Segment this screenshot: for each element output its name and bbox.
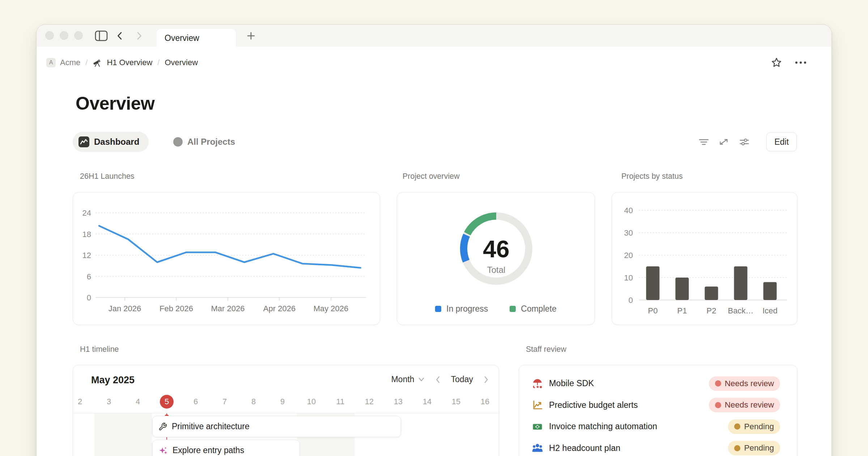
svg-text:6: 6 [87, 272, 91, 281]
timeline-day-12[interactable]: 12 [355, 393, 384, 410]
people-icon [532, 443, 543, 453]
status-badge: Needs review [709, 398, 780, 412]
svg-text:May 2026: May 2026 [314, 304, 349, 313]
timeline-day-2[interactable]: 2 [73, 393, 94, 410]
traffic-light-close-icon[interactable] [45, 31, 54, 40]
timeline-day-6[interactable]: 6 [181, 393, 210, 410]
svg-text:24: 24 [82, 208, 91, 218]
status-badge-label: Needs review [725, 379, 774, 388]
sparkles-icon [158, 446, 168, 455]
svg-text:20: 20 [624, 251, 633, 260]
workspace-avatar[interactable]: A [46, 58, 56, 67]
traffic-light-zoom-icon[interactable] [74, 31, 83, 40]
staff-review-row[interactable]: Invoice matching automationPending [532, 416, 786, 438]
tab-all-projects[interactable]: All Projects [170, 132, 239, 152]
all-projects-circle-icon [173, 137, 183, 147]
legend-label: In progress [446, 304, 488, 314]
svg-text:18: 18 [82, 230, 91, 239]
widget-label-launches: 26H1 Launches [80, 172, 135, 181]
timeline-day-7[interactable]: 7 [210, 393, 239, 410]
svg-text:Jan 2026: Jan 2026 [109, 304, 141, 313]
timeline-event[interactable]: Explore entry paths [152, 440, 300, 456]
breadcrumb-separator: / [85, 58, 88, 67]
breadcrumb-parent-page[interactable]: H1 Overview [107, 58, 152, 67]
favorite-star-icon[interactable] [771, 57, 782, 68]
timeline-today-button[interactable]: Today [451, 375, 473, 384]
widget-label-timeline: H1 timeline [80, 345, 119, 354]
tab-all-projects-label: All Projects [187, 137, 235, 147]
tab-dashboard-label: Dashboard [94, 137, 139, 147]
timeline-day-16[interactable]: 16 [471, 393, 499, 410]
status-dot-icon [715, 380, 721, 387]
svg-text:Feb 2026: Feb 2026 [159, 304, 193, 313]
timeline-event-title: Explore entry paths [173, 446, 244, 455]
breadcrumb-current-page[interactable]: Overview [165, 58, 198, 67]
timeline-view-selector[interactable]: Month [391, 375, 425, 384]
header-actions [771, 55, 807, 71]
staff-review-row[interactable]: Mobile SDKNeeds review [532, 373, 786, 394]
timeline-day-9[interactable]: 9 [268, 393, 297, 410]
timeline-prev-icon[interactable] [435, 376, 440, 384]
timeline-next-icon[interactable] [484, 376, 489, 384]
svg-text:30: 30 [624, 228, 633, 237]
status-badge-label: Pending [744, 443, 774, 453]
timeline-day-3[interactable]: 3 [94, 393, 123, 410]
timeline-day-13[interactable]: 13 [384, 393, 413, 410]
timeline-card[interactable]: May 2025 Month Today 2345678910111213141… [73, 365, 499, 456]
page-content: A Acme / H1 Overview / Overview O [37, 47, 831, 456]
filter-icon[interactable] [698, 136, 709, 147]
timeline-day-14[interactable]: 14 [413, 393, 442, 410]
svg-text:P0: P0 [648, 306, 658, 315]
status-badge: Pending [728, 441, 780, 455]
staff-review-row[interactable]: Predictive budget alertsNeeds review [532, 394, 786, 416]
breadcrumb-workspace[interactable]: Acme [60, 58, 80, 67]
svg-text:0: 0 [87, 293, 91, 302]
carousel-icon [532, 378, 543, 389]
status-badge: Pending [728, 419, 780, 434]
view-tabs-row: Dashboard All Projects Edit [73, 132, 797, 152]
staff-review-row[interactable]: H2 headcount planPending [532, 438, 786, 456]
forward-icon[interactable] [134, 31, 144, 41]
tab-dashboard[interactable]: Dashboard [73, 132, 149, 152]
timeline-day-10[interactable]: 10 [297, 393, 326, 410]
page-title: Overview [76, 93, 154, 114]
timeline-day-11[interactable]: 11 [326, 393, 355, 410]
chevron-down-icon [418, 377, 425, 382]
tab-overview[interactable]: Overview [157, 29, 236, 47]
timeline-day-4[interactable]: 4 [123, 393, 152, 410]
timeline-day-8[interactable]: 8 [239, 393, 268, 410]
svg-text:P2: P2 [707, 306, 716, 315]
widget-label-staff: Staff review [526, 345, 566, 354]
timeline-event[interactable]: Primitive architecture [152, 416, 401, 437]
chart-increasing-icon [532, 400, 543, 410]
more-options-icon[interactable] [795, 61, 807, 64]
svg-text:Apr 2026: Apr 2026 [263, 304, 295, 313]
legend-item: Complete [510, 304, 556, 314]
timeline-day-5[interactable]: 5 [152, 393, 181, 410]
projects-by-status-bar-chart: 010203040P0P1P2Back…Iced [612, 193, 797, 325]
svg-text:10: 10 [624, 273, 633, 282]
widget-label-by-status: Projects by status [621, 172, 683, 181]
sliders-icon[interactable] [739, 136, 750, 147]
svg-text:Mar 2026: Mar 2026 [211, 304, 245, 313]
staff-row-title: Mobile SDK [549, 379, 594, 388]
timeline-view-selector-label: Month [391, 375, 414, 384]
launches-line-chart-card[interactable]: 06121824Jan 2026Feb 2026Mar 2026Apr 2026… [73, 192, 380, 325]
sidebar-toggle-icon[interactable] [94, 30, 108, 42]
staff-row-title: Predictive budget alerts [549, 400, 638, 410]
projects-by-status-bar-card[interactable]: 010203040P0P1P2Back…Iced [612, 192, 797, 325]
timeline-day-15[interactable]: 15 [442, 393, 471, 410]
traffic-light-minimize-icon[interactable] [60, 31, 68, 40]
svg-text:40: 40 [624, 206, 633, 215]
back-icon[interactable] [115, 31, 125, 41]
legend-swatch [510, 306, 516, 312]
staff-review-card[interactable]: Mobile SDKNeeds reviewPredictive budget … [519, 365, 797, 456]
new-tab-plus-icon[interactable] [246, 30, 256, 41]
staff-row-title: H2 headcount plan [549, 443, 620, 453]
expand-icon[interactable] [718, 136, 729, 147]
edit-button[interactable]: Edit [766, 132, 797, 151]
project-overview-donut-card[interactable]: 46 Total In progressComplete [397, 192, 595, 325]
dashboard-chart-icon [78, 136, 89, 147]
status-dot-icon [734, 423, 740, 430]
status-badge-label: Pending [744, 422, 774, 431]
